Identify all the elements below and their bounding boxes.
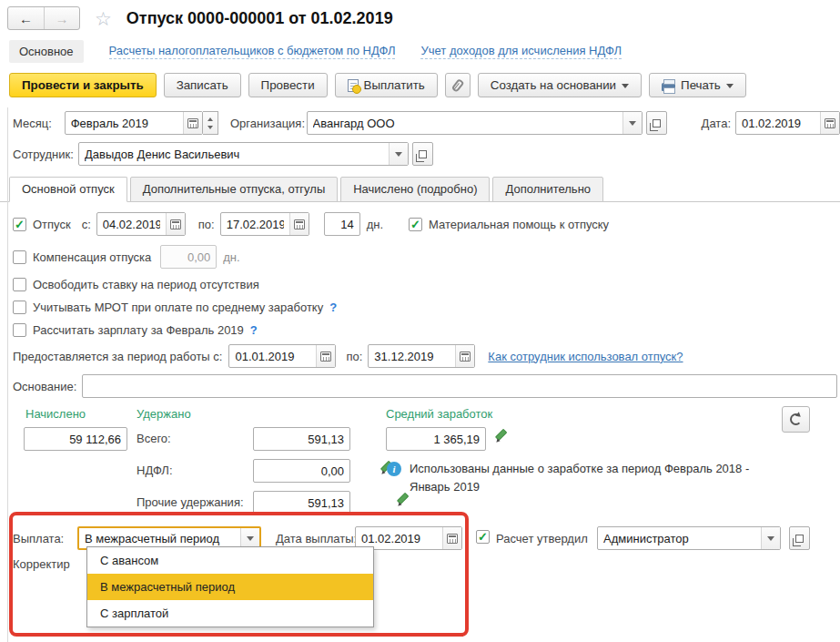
doc-date-calendar-button[interactable]: [820, 112, 839, 134]
other-deductions-label: Прочие удержания:: [137, 495, 244, 509]
calendar-icon: [447, 534, 458, 544]
vacation-usage-link[interactable]: Как сотрудник использовал отпуск?: [488, 350, 683, 363]
tab-additional[interactable]: Дополнительно: [492, 177, 603, 202]
vacation-to-field: [220, 212, 309, 236]
navigation-row: Основное Расчеты налогоплательщиков с бю…: [0, 36, 840, 68]
chevron-down-icon: [395, 152, 402, 160]
work-period-label: Предоставляется за период работы с:: [13, 350, 222, 363]
calendar-icon: [187, 118, 198, 128]
open-form-icon: [419, 150, 427, 158]
vacation-from-input[interactable]: [97, 214, 166, 234]
calendar-icon: [294, 219, 305, 229]
total-input[interactable]: [254, 429, 349, 449]
favorite-star-icon[interactable]: [95, 9, 112, 28]
month-spinner[interactable]: [203, 111, 218, 135]
average-input[interactable]: [387, 429, 485, 449]
calc-salary-checkbox[interactable]: [13, 323, 26, 337]
release-rate-checkbox[interactable]: [13, 278, 26, 291]
compensation-input[interactable]: [161, 247, 216, 267]
approver-open-button[interactable]: [789, 526, 810, 550]
basis-input[interactable]: [83, 376, 836, 396]
printer-icon: [662, 83, 675, 91]
approved-label: Расчет утвердил: [496, 532, 588, 545]
release-rate-label: Освободить ставку на период отсутствия: [33, 278, 259, 291]
work-period-to-calendar-button[interactable]: [455, 345, 474, 367]
payment-date-input[interactable]: [356, 528, 442, 548]
payment-method-dropdown-button[interactable]: [240, 528, 259, 548]
create-on-basis-button[interactable]: Создать на основании: [478, 73, 642, 97]
compensation-checkbox[interactable]: [13, 250, 26, 264]
nav-link-ndfl-income[interactable]: Учет доходов для исчисления НДФЛ: [420, 44, 621, 59]
forward-button[interactable]: [44, 7, 79, 29]
organization-input[interactable]: [308, 113, 623, 133]
chevron-down-icon: [247, 536, 254, 545]
work-period-to-field: [368, 344, 475, 368]
payment-date-calendar-button[interactable]: [442, 527, 461, 549]
post-and-close-button[interactable]: Провести и закрыть: [9, 73, 157, 97]
accrued-input[interactable]: [25, 429, 127, 449]
approver-input[interactable]: [598, 528, 761, 548]
vacation-from-calendar-button[interactable]: [166, 213, 185, 235]
average-edit-pencil-icon[interactable]: [493, 431, 507, 444]
pay-button[interactable]: Выплатить: [335, 73, 438, 97]
vacation-to-input[interactable]: [221, 214, 289, 234]
approver-dropdown-button[interactable]: [761, 527, 780, 549]
mrot-checkbox[interactable]: [13, 301, 26, 314]
vacation-checkbox[interactable]: [13, 218, 26, 231]
payment-method-dropdown-list: С авансом В межрасчетный период С зарпла…: [86, 546, 374, 627]
work-period-to-input[interactable]: [369, 346, 455, 366]
back-button[interactable]: [8, 7, 44, 29]
form-left-border: [7, 107, 8, 642]
month-calendar-button[interactable]: [183, 112, 202, 134]
attachments-button[interactable]: [445, 73, 471, 97]
dropdown-option-with-salary[interactable]: С зарплатой: [87, 600, 373, 627]
mrot-label: Учитывать МРОТ при оплате по среднему за…: [33, 301, 323, 314]
calc-salary-label: Рассчитать зарплату за Февраль 2019: [33, 323, 244, 337]
header-fields-row-2: Сотрудник:: [13, 142, 840, 166]
organization-dropdown-button[interactable]: [622, 112, 642, 134]
employee-open-button[interactable]: [412, 142, 433, 166]
other-deductions-input[interactable]: [254, 493, 349, 513]
nav-link-ndfl-budget[interactable]: Расчеты налогоплательщиков с бюджетом по…: [109, 44, 396, 59]
chevron-down-icon: [726, 84, 734, 92]
vacation-days-input[interactable]: [325, 214, 359, 234]
vacation-to-calendar-button[interactable]: [289, 213, 309, 235]
post-button[interactable]: Провести: [248, 73, 328, 97]
average-field: [386, 427, 486, 451]
dropdown-option-interpay-period[interactable]: В межрасчетный период: [87, 574, 373, 600]
tab-additional-vacations[interactable]: Дополнительные отпуска, отгулы: [130, 177, 339, 202]
ndfl-input[interactable]: [254, 461, 349, 481]
month-input[interactable]: [66, 113, 183, 133]
write-button[interactable]: Записать: [164, 73, 241, 97]
payment-method-input[interactable]: [79, 529, 240, 547]
recalculate-button[interactable]: [782, 406, 810, 433]
chevron-down-icon: [622, 84, 629, 92]
employee-input[interactable]: [79, 144, 389, 164]
header-fields-row-1: Месяц: Организация: Дата:: [13, 111, 840, 135]
tab-main-vacation[interactable]: Основной отпуск: [9, 177, 127, 202]
mrot-help-icon[interactable]: ?: [329, 301, 337, 314]
approved-checkbox[interactable]: [476, 530, 490, 544]
toolbar: Провести и закрыть Записать Провести Вып…: [0, 68, 840, 104]
material-help-checkbox[interactable]: [409, 218, 422, 231]
vacation-from-field: [96, 212, 186, 236]
other-deductions-field: [253, 491, 350, 515]
work-period-from-input[interactable]: [229, 346, 316, 366]
organization-label: Организация:: [230, 117, 307, 130]
nav-item-main[interactable]: Основное: [9, 40, 84, 63]
other-deductions-edit-pencil-icon[interactable]: [395, 494, 409, 508]
earnings-info-text: Использованы данные о заработке за перио…: [410, 460, 787, 495]
chevron-down-icon: [629, 121, 636, 129]
doc-date-input[interactable]: [736, 113, 820, 133]
vacation-days-field: [324, 212, 360, 236]
organization-open-button[interactable]: [646, 111, 666, 135]
print-button[interactable]: Печать: [649, 73, 746, 97]
pay-document-icon: [348, 79, 359, 92]
info-icon: [387, 462, 401, 476]
tab-accrued-detail[interactable]: Начислено (подробно): [340, 177, 490, 202]
employee-dropdown-button[interactable]: [389, 143, 408, 165]
dropdown-option-advance[interactable]: С авансом: [87, 547, 373, 574]
calc-salary-help-icon[interactable]: ?: [250, 323, 258, 337]
compensation-label: Компенсация отпуска: [33, 250, 151, 264]
work-period-from-calendar-button[interactable]: [316, 345, 335, 367]
